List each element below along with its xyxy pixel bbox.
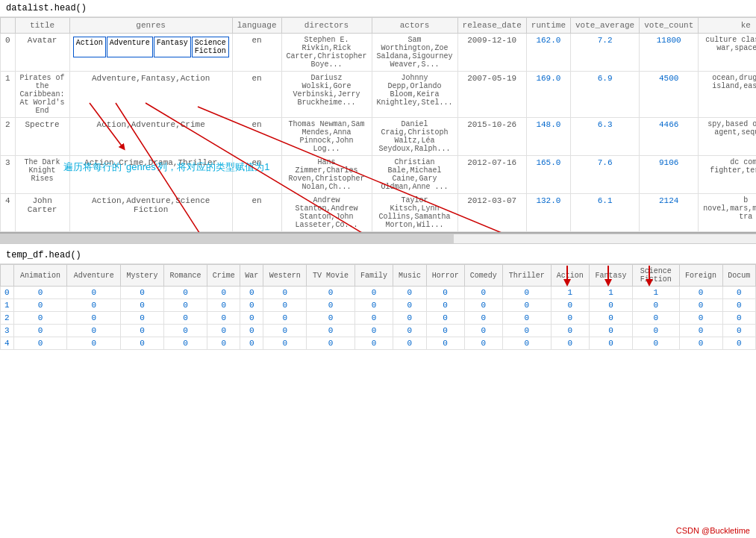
b-col-foreign: Foreign xyxy=(679,265,722,287)
cell-votecnt-0: 11800 xyxy=(640,34,699,72)
b-cell-0-scifi: 1 xyxy=(632,287,679,299)
table-row: 0 Avatar Action Adventure Fantasy Scienc… xyxy=(1,34,757,72)
b-cell-0-9: 0 xyxy=(393,287,426,299)
b-row-idx-4: 4 xyxy=(1,337,14,350)
b-col-fantasy: Fantasy xyxy=(589,265,632,287)
table-row: 3 00 00 00 00 00 00 00 00 00 xyxy=(1,325,756,337)
genre-box-action: Action xyxy=(73,37,106,57)
b-row-idx-3: 3 xyxy=(1,325,14,337)
cell-keywords-4: b novel,mars,medallic tra xyxy=(699,194,756,232)
cell-release-2: 2015-10-26 xyxy=(457,118,526,156)
b-cell-0-1: 0 xyxy=(67,287,121,299)
col-header-genres: genres xyxy=(69,18,232,34)
b-col-western: Western xyxy=(263,265,307,287)
b-cell-0-12: 0 xyxy=(502,287,551,299)
cell-votecnt-4: 2124 xyxy=(640,194,699,232)
b-col-animation: Animation xyxy=(13,265,67,287)
b-col-scifi: Science Fiction xyxy=(632,265,679,287)
cell-keywords-0: culture clash,futu war,space col xyxy=(699,34,756,72)
col-header-ke: ke xyxy=(699,18,756,34)
b-cell-0-2: 0 xyxy=(121,287,164,299)
cell-votecnt-1: 4500 xyxy=(640,72,699,118)
watermark: CSDN @Buckletime xyxy=(676,526,750,535)
cell-title-4: John Carter xyxy=(15,194,69,232)
row-idx-3: 3 xyxy=(1,156,16,194)
b-cell-0-3: 0 xyxy=(164,287,207,299)
b-cell-0-6: 0 xyxy=(263,287,307,299)
genre-boxes-0: Action Adventure Fantasy ScienceFiction xyxy=(73,37,229,57)
cell-title-0: Avatar xyxy=(15,34,69,72)
cell-keywords-1: ocean,drug abus island,east ind xyxy=(699,72,756,118)
col-header-title: title xyxy=(15,18,69,34)
bottom-table-section: Animation Adventure Mystery Romance Crim… xyxy=(0,264,756,350)
cell-lang-3: en xyxy=(232,156,281,194)
b-col-mystery: Mystery xyxy=(121,265,164,287)
genre-box-adventure: Adventure xyxy=(107,37,153,57)
cell-release-3: 2012-07-16 xyxy=(457,156,526,194)
table-row: 1 00 00 00 00 00 00 00 00 00 xyxy=(1,299,756,312)
table-row: 1 Pirates of the Caribbean: At World's E… xyxy=(1,72,757,118)
b-col-thriller: Thriller xyxy=(502,265,551,287)
cell-actors-4: Taylor Kitsch,Lynn Collins,Samantha Mort… xyxy=(372,194,457,232)
col-header-directors: directors xyxy=(281,18,372,34)
cell-voteavg-1: 6.9 xyxy=(571,72,640,118)
cell-voteavg-3: 7.6 xyxy=(571,156,640,194)
page-container: datalist.head() title genres language di… xyxy=(0,0,756,538)
b-cell-0-0: 0 xyxy=(13,287,67,299)
genre-box-fantasy: Fantasy xyxy=(154,37,191,57)
cell-genres-1: Adventure,Fantasy,Action xyxy=(69,72,232,118)
row-idx-4: 4 xyxy=(1,194,16,232)
bottom-data-table: Animation Adventure Mystery Romance Crim… xyxy=(0,264,756,350)
b-col-horror: Horror xyxy=(426,265,464,287)
b-cell-0-10: 0 xyxy=(426,287,464,299)
col-header-language: language xyxy=(232,18,281,34)
cell-release-1: 2007-05-19 xyxy=(457,72,526,118)
bottom-code-text: temp_df.head() xyxy=(6,250,81,260)
cell-voteavg-4: 6.1 xyxy=(571,194,640,232)
cell-actors-3: Christian Bale,Michael Caine,Gary Oldman… xyxy=(372,156,457,194)
b-row-idx-2: 2 xyxy=(1,312,14,325)
col-header-actors: actors xyxy=(372,18,457,34)
cell-directors-4: Andrew Stanton,Andrew Stanton,John Lasse… xyxy=(281,194,372,232)
cell-keywords-2: spy,based on nove agent,sequel,r xyxy=(699,118,756,156)
cell-runtime-4: 132.0 xyxy=(526,194,570,232)
table-row: 3 The Dark Knight Rises Action,Crime,Dra… xyxy=(1,156,757,194)
table-row: 4 John Carter Action,Adventure,Science F… xyxy=(1,194,757,232)
horizontal-scrollbar[interactable] xyxy=(0,234,756,244)
b-cell-0-8: 0 xyxy=(355,287,393,299)
b-cell-0-4: 0 xyxy=(207,287,240,299)
b-col-war: War xyxy=(240,265,263,287)
b-col-action: Action xyxy=(551,265,589,287)
cell-directors-3: Hans Zimmer,Charles Roven,Christopher No… xyxy=(281,156,372,194)
top-table-section: title genres language directors actors r… xyxy=(0,17,756,234)
b-cell-0-fantasy: 1 xyxy=(589,287,632,299)
cell-votecnt-3: 9106 xyxy=(640,156,699,194)
row-idx-1: 1 xyxy=(1,72,16,118)
b-col-comedy: Comedy xyxy=(464,265,502,287)
table-row: 0 0 0 0 0 0 0 0 0 0 0 0 0 0 1 1 1 xyxy=(1,287,756,299)
cell-directors-0: Stephen E. Rivkin,Rick Carter,Christophe… xyxy=(281,34,372,72)
row-idx-2: 2 xyxy=(1,118,16,156)
col-header-vote-cnt: vote_count xyxy=(640,18,699,34)
b-cell-0-11: 0 xyxy=(464,287,502,299)
cell-title-3: The Dark Knight Rises xyxy=(15,156,69,194)
bottom-code-line: temp_df.head() xyxy=(0,247,756,264)
b-row-idx-0: 0 xyxy=(1,287,14,299)
cell-votecnt-2: 4466 xyxy=(640,118,699,156)
b-col-docum: Docum xyxy=(722,265,755,287)
b-col-idx xyxy=(1,265,14,287)
b-row-idx-1: 1 xyxy=(1,299,14,312)
b-cell-0-16: 0 xyxy=(722,287,755,299)
cell-runtime-0: 162.0 xyxy=(526,34,570,72)
cell-voteavg-2: 6.3 xyxy=(571,118,640,156)
top-code-line: datalist.head() xyxy=(0,0,756,17)
cell-lang-1: en xyxy=(232,72,281,118)
col-header-idx xyxy=(1,18,16,34)
b-cell-0-7: 0 xyxy=(307,287,355,299)
cell-lang-4: en xyxy=(232,194,281,232)
cell-actors-2: Daniel Craig,Christoph Waltz,Léa Seydoux… xyxy=(372,118,457,156)
table-row: 2 Spectre Action,Adventure,Crime en Thom… xyxy=(1,118,757,156)
b-col-romance: Romance xyxy=(164,265,207,287)
b-col-adventure: Adventure xyxy=(67,265,121,287)
b-col-crime: Crime xyxy=(207,265,240,287)
